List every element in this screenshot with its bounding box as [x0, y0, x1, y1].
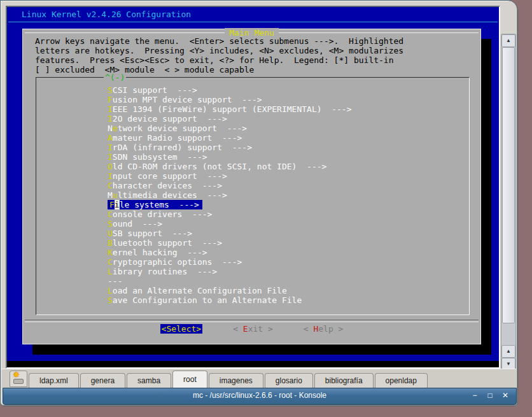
menu-item[interactable]: Character devices --->	[108, 181, 466, 190]
tab-bibliograf-a[interactable]: bibliografía	[314, 373, 374, 388]
menu-item[interactable]: Library routines --->	[108, 267, 466, 276]
exit-button[interactable]: < Exit >	[233, 324, 273, 334]
scroll-up-indicator: ^(-)	[104, 73, 126, 82]
terminal-scrollbar[interactable]: ▲ ▲ ▼	[501, 34, 516, 371]
scrollbar-thumb[interactable]	[502, 47, 515, 323]
menu-item[interactable]: Bluetooth support --->	[108, 238, 466, 248]
title-underline	[8, 22, 498, 22]
close-icon[interactable]: ✕	[501, 391, 510, 400]
tab-imagenes[interactable]: imagenes	[209, 373, 263, 388]
menu-item[interactable]: Sound --->	[108, 219, 466, 229]
menu-item[interactable]: Network device support --->	[108, 124, 466, 133]
help-button[interactable]: < Help >	[304, 324, 344, 334]
new-session-base-icon	[13, 379, 24, 384]
instructions-line: letters are hotkeys. Pressing <Y> includ…	[35, 46, 403, 55]
window-controls: − □ ✕	[470, 391, 510, 400]
tab-root[interactable]: root	[172, 371, 207, 388]
menu-item[interactable]: USB support --->	[108, 229, 466, 238]
menu-item[interactable]: ISDN subsystem --->	[108, 152, 466, 162]
menu-item[interactable]: Load an Alternate Configuration File	[108, 286, 466, 295]
menu-item[interactable]: Kernel hacking --->	[108, 248, 466, 257]
menu-item[interactable]: ---	[108, 276, 466, 286]
menuconfig-title: Linux Kernel v2.4.26 Configuration	[22, 10, 191, 19]
menu-rows: SCSI support --->Fusion MPT device suppo…	[108, 85, 466, 305]
terminal-view[interactable]: Linux Kernel v2.4.26 Configuration Main …	[6, 6, 500, 369]
tab-ldap-xml[interactable]: ldap.xml	[29, 373, 79, 388]
window-title: mc - /usr/src/linux-2.6.6 - root - Konso…	[3, 391, 516, 400]
new-session-button[interactable]: ✸	[10, 371, 27, 387]
menu-item[interactable]: Multimedia devices --->	[108, 190, 466, 200]
main-menu-dialog: Main Menu Arrow keys navigate the menu. …	[22, 29, 481, 344]
menu-item[interactable]: I2O device support --->	[108, 114, 466, 124]
scrollbar-up-icon[interactable]: ▲	[501, 345, 515, 358]
button-divider	[25, 320, 479, 322]
session-tab-bar: ✸ ldap.xmlgenerasambarootimagenesglosari…	[2, 369, 516, 388]
menu-item[interactable]: Cryptographic options --->	[108, 257, 466, 267]
dialog-border-line	[25, 32, 479, 33]
menuconfig-screen: Linux Kernel v2.4.26 Configuration Main …	[7, 7, 499, 361]
konsole-window: Linux Kernel v2.4.26 Configuration Main …	[0, 0, 518, 406]
menu-item[interactable]: Input core support --->	[108, 171, 466, 181]
new-session-star-icon: ✸	[13, 370, 20, 379]
menu-item[interactable]: Amateur Radio support --->	[108, 133, 466, 143]
instructions-line: features. Press <Esc><Esc> to exit, <?> …	[35, 55, 403, 65]
menu-item[interactable]: Fusion MPT device support --->	[108, 95, 466, 104]
menu-item[interactable]: IrDA (infrared) support --->	[108, 143, 466, 152]
scrollbar-up-icon[interactable]: ▲	[501, 34, 515, 47]
instructions-text: Arrow keys navigate the menu. <Enter> se…	[35, 36, 403, 74]
menu-item[interactable]: IEEE 1394 (FireWire) support (EXPERIMENT…	[108, 104, 466, 114]
menu-item[interactable]: Save Configuration to an Alternate File	[108, 295, 466, 305]
menu-list-box: ^(-) SCSI support --->Fusion MPT device …	[36, 77, 470, 315]
dialog-buttons: <Select> < Exit > < Help >	[23, 324, 480, 334]
tab-samba[interactable]: samba	[127, 373, 171, 388]
menu-item[interactable]: Old CD-ROM drivers (not SCSI, not IDE) -…	[108, 162, 466, 171]
tab-genera[interactable]: genera	[80, 373, 125, 388]
select-button[interactable]: <Select>	[160, 324, 203, 334]
tab-glosario[interactable]: glosario	[265, 373, 313, 388]
instructions-line: Arrow keys navigate the menu. <Enter> se…	[35, 36, 403, 46]
tab-openldap[interactable]: openldap	[375, 373, 428, 388]
minimize-icon[interactable]: −	[470, 391, 479, 400]
menu-item[interactable]: SCSI support --->	[108, 85, 466, 95]
window-titlebar[interactable]: mc - /usr/src/linux-2.6.6 - root - Konso…	[3, 388, 517, 405]
instructions-line: [ ] excluded <M> module < > module capab…	[35, 65, 403, 74]
menu-item[interactable]: File systems --->	[108, 200, 466, 209]
menu-item[interactable]: Console drivers --->	[108, 209, 466, 219]
maximize-icon[interactable]: □	[486, 391, 494, 400]
